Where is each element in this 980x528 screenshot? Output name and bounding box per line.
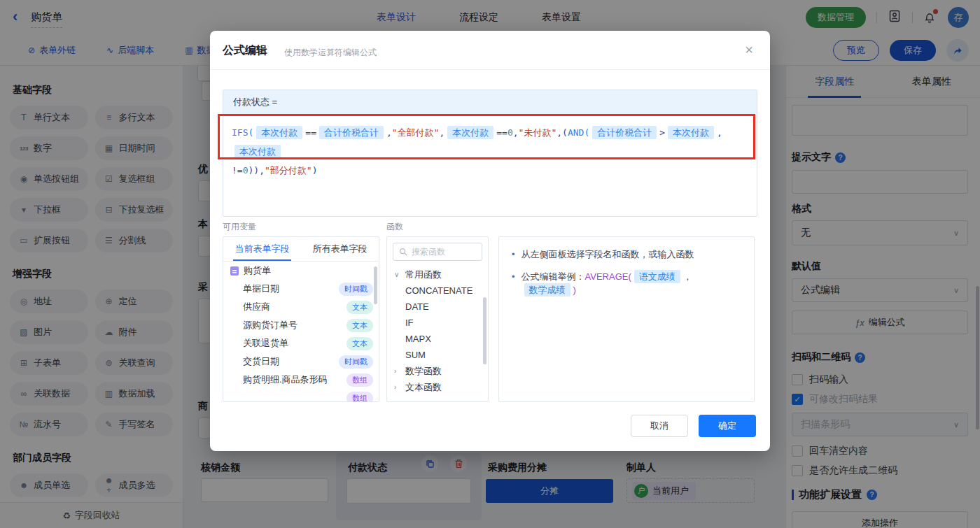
variables-tree: 购货单单据日期时间戳供应商文本源购货订单号文本关联退货单文本交货日期时间戳购货明… <box>223 262 379 402</box>
formula-token: , <box>513 127 519 138</box>
variable-field-row[interactable]: 单据日期时间戳 <box>223 280 379 298</box>
tree-expanded-icon: ∨ <box>394 271 401 278</box>
field-token[interactable]: 本次付款 <box>256 126 302 139</box>
modal-title: 公式编辑 <box>223 43 267 58</box>
variables-tabs: 当前表单字段所有表单字段 <box>223 237 379 262</box>
formula-token: != <box>232 165 243 176</box>
chevron-right-icon: › <box>394 383 401 391</box>
variable-field-row[interactable]: 交货日期时间戳 <box>223 352 379 371</box>
formula-token: , <box>439 127 444 138</box>
help-text: 公式编辑举例： <box>522 271 585 282</box>
field-token[interactable]: 本次付款 <box>234 145 281 158</box>
formula-editor-modal: 公式编辑 使用数学运算符编辑公式 × 付款状态 = IFS(本次付款==合计价税… <box>210 31 770 451</box>
variable-name: 交货日期 <box>243 355 339 368</box>
variables-panel: 当前表单字段所有表单字段 购货单单据日期时间戳供应商文本源购货订单号文本关联退货… <box>223 236 379 402</box>
app-window: ‹ 购货单 表单设计流程设定表单设置 数据管理 存 ⊘表单外链∿后端脚本▥数据权… <box>0 0 980 528</box>
function-list: ∨常用函数CONCATENATEDATEIFMAPXSUM›数学函数›文本函数 <box>387 266 488 401</box>
formula-token: , <box>386 127 392 138</box>
bullet-icon: • <box>512 248 515 261</box>
modal-subtitle: 使用数学运算符编辑公式 <box>284 47 377 59</box>
variable-name: 供应商 <box>243 301 346 313</box>
chevron-right-icon: › <box>394 367 401 375</box>
cancel-button[interactable]: 取消 <box>631 415 688 437</box>
function-group-文本函数[interactable]: ›文本函数 <box>387 379 488 395</box>
function-item-DATE[interactable]: DATE <box>387 299 488 315</box>
variables-zone-label: 可用变量 <box>223 221 256 233</box>
function-item-SUM[interactable]: SUM <box>387 347 488 363</box>
functions-zone-label: 函数 <box>386 221 403 233</box>
functions-panel: 搜索函数 ∨常用函数CONCATENATEDATEIFMAPXSUM›数学函数›… <box>386 236 489 402</box>
tree-root-label: 购货单 <box>244 264 373 277</box>
variable-field-row[interactable]: 购货明细.商品条形码数组 <box>223 371 379 389</box>
variables-scrollbar[interactable] <box>374 266 377 304</box>
field-token[interactable]: 本次付款 <box>668 126 714 139</box>
variable-field-row[interactable]: 关联退货单文本 <box>223 334 379 352</box>
function-item-CONCATENATE[interactable]: CONCATENATE <box>387 283 488 299</box>
formula-token: , <box>717 127 722 138</box>
search-icon <box>399 248 407 256</box>
confirm-button[interactable]: 确定 <box>699 415 756 437</box>
variables-tab[interactable]: 当前表单字段 <box>223 237 301 261</box>
function-group-常用函数[interactable]: ∨常用函数 <box>387 266 488 283</box>
help-tip-2: • 公式编辑举例：AVERAGE(语文成绩，数学成绩) <box>512 270 741 297</box>
help-text: ) <box>573 285 576 295</box>
function-group-label: 数学函数 <box>405 365 442 378</box>
variable-name: 购货明细.商品条形码 <box>243 373 346 386</box>
function-group-label: 常用函数 <box>405 269 442 281</box>
formula-token: "部分付款" <box>265 165 312 176</box>
search-placeholder: 搜索函数 <box>412 246 445 258</box>
formula-token: == <box>305 127 316 138</box>
formula-token: == <box>496 127 507 138</box>
variable-type-badge: 文本 <box>346 337 373 350</box>
formula-token: > <box>659 127 665 138</box>
field-token[interactable]: 合计价税合计 <box>319 126 384 139</box>
field-token[interactable]: 本次付款 <box>447 126 493 139</box>
formula-token: "未付款" <box>519 127 557 138</box>
example-field-token: 数学成绩 <box>524 283 570 297</box>
modal-header: 公式编辑 使用数学运算符编辑公式 × <box>210 31 770 70</box>
formula-token: ) <box>312 165 318 176</box>
help-panel: • 从左侧面板选择字段名和函数，或输入函数 • 公式编辑举例：AVERAGE(语… <box>498 236 755 402</box>
functions-scrollbar[interactable] <box>483 297 486 364</box>
example-field-token: 语文成绩 <box>634 270 680 283</box>
variables-tree-root[interactable]: 购货单 <box>223 262 379 280</box>
function-group-数学函数[interactable]: ›数学函数 <box>387 363 488 379</box>
formula-token: ,( <box>556 127 568 138</box>
formula-token: )), <box>248 165 264 176</box>
function-item-MAPX[interactable]: MAPX <box>387 331 488 347</box>
formula-content[interactable]: IFS(本次付款==合计价税合计,"全部付款",本次付款==0,"未付款",(A… <box>223 114 757 189</box>
formula-editor[interactable]: 付款状态 = IFS(本次付款==合计价税合计,"全部付款",本次付款==0,"… <box>223 90 757 217</box>
formula-token: IFS( <box>232 127 253 138</box>
field-token[interactable]: 合计价税合计 <box>592 126 657 139</box>
variable-type-badge: 时间戳 <box>339 355 373 369</box>
formula-token: AND( <box>568 127 589 138</box>
variable-field-row[interactable]: 供应商文本 <box>223 298 379 316</box>
variable-name: 源购货订单号 <box>243 319 346 331</box>
formula-target-field: 付款状态 = <box>223 90 757 114</box>
variable-field-row[interactable]: 源购货订单号文本 <box>223 316 379 334</box>
formula-line-1: IFS(本次付款==合计价税合计,"全部付款",本次付款==0,"未付款",(A… <box>232 123 748 161</box>
close-icon[interactable]: × <box>745 42 753 58</box>
help-text: ， <box>683 271 692 282</box>
variable-type-badge: 文本 <box>346 319 373 332</box>
variable-type-badge: 文本 <box>346 301 373 314</box>
variable-field-row[interactable]: 数组 <box>223 389 379 402</box>
variables-tab[interactable]: 所有表单字段 <box>301 237 379 261</box>
variable-name: 关联退货单 <box>243 337 346 350</box>
formula-line-2: !=0)),"部分付款") <box>232 161 748 180</box>
formula-token: "全部付款" <box>392 127 440 138</box>
variable-type-badge: 时间戳 <box>339 283 373 296</box>
document-icon <box>230 266 239 276</box>
function-search-input[interactable]: 搜索函数 <box>393 243 482 261</box>
help-tip-1: • 从左侧面板选择字段名和函数，或输入函数 <box>512 248 741 261</box>
variable-name: 单据日期 <box>243 283 339 295</box>
function-item-IF[interactable]: IF <box>387 315 488 331</box>
help-text: AVERAGE( <box>585 271 631 282</box>
function-group-label: 文本函数 <box>405 381 442 394</box>
formula-token: 0 <box>507 127 513 138</box>
bullet-icon: • <box>512 270 515 297</box>
variable-type-badge: 数组 <box>346 373 373 387</box>
variable-type-badge: 数组 <box>346 392 373 403</box>
